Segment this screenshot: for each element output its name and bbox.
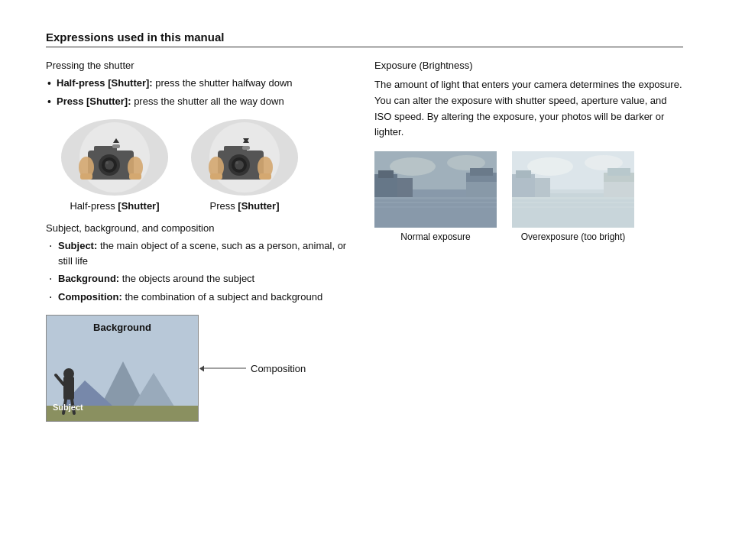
svg-point-53 [527,157,573,176]
svg-rect-64 [512,206,634,208]
right-column: Exposure (Brightness) The amount of ligh… [374,60,683,422]
normal-exposure-caption: Normal exposure [374,231,497,242]
svg-rect-60 [608,168,630,176]
svg-point-39 [390,157,436,176]
bullet-bold-halfpress: Half-press [Shutter]: [57,77,153,89]
bullet-bold-fullpress: Press [Shutter]: [57,95,131,107]
camera-images-row: Half-press [Shutter] [61,119,352,212]
svg-rect-47 [466,182,497,197]
svg-rect-25 [210,173,222,180]
bullet-item-fullpress: Press [Shutter]: press the shutter all t… [46,94,352,109]
bullet-text-fullpress: press the shutter all the way down [131,95,284,107]
diagram-background-label: Background [93,322,151,333]
svg-rect-32 [63,377,74,400]
svg-rect-11 [80,173,92,180]
camera-caption-fullpress: Press [Shutter] [191,200,298,212]
caption-bold-full: [Shutter] [238,200,279,212]
svg-rect-50 [374,206,497,208]
dot-item-subject: Subject: the main object of a scene, suc… [46,238,352,268]
dot-text-background: the objects around the subject [119,273,254,284]
svg-rect-57 [516,170,531,178]
diagram-subject-label: Subject [53,403,83,412]
svg-point-6 [105,161,109,164]
composition-title: Subject, background, and composition [46,222,352,234]
svg-rect-20 [242,146,250,150]
caption-bold-half: [Shutter] [118,200,159,212]
svg-rect-63 [512,202,634,203]
section-heading: Expressions used in this manual [46,31,683,47]
bullet-text-halfpress: press the shutter halfway down [153,77,293,89]
svg-rect-26 [259,173,271,180]
pressing-title: Pressing the shutter [46,60,352,71]
composition-diagram: Background [46,315,199,422]
svg-rect-49 [374,202,497,203]
composition-arrow-line [200,368,246,369]
camera-caption-halfpress: Half-press [Shutter] [61,200,168,212]
composition-arrow-area: Composition [200,363,306,374]
caption-text-full: Press [209,200,238,212]
composition-dot-list: Subject: the main object of a scene, suc… [46,238,352,304]
exposure-text: The amount of light that enters your cam… [374,77,683,141]
shutter-bullet-list: Half-press [Shutter]: press the shutter … [46,76,352,108]
overexposure-image [512,151,634,228]
svg-point-33 [63,368,74,379]
dot-item-composition: Composition: the combination of a subjec… [46,290,352,305]
camera-item-fullpress: Press [Shutter] [191,119,298,212]
svg-rect-12 [129,173,141,180]
svg-rect-43 [378,170,394,178]
caption-text-half: Half-press [70,200,118,212]
overexposure-caption: Overexposure (too bright) [512,231,634,242]
normal-exposure-image [374,151,497,228]
exposure-item-over: Overexposure (too bright) [512,151,634,242]
dot-bold-subject: Subject: [58,240,97,251]
svg-rect-58 [535,178,550,197]
dot-text-subject: the main object of a scene, such as a pe… [58,240,346,267]
svg-rect-46 [470,168,493,176]
exposure-images-row: Normal exposure [374,151,683,242]
dot-text-composition: the combination of a subject and backgro… [122,291,322,303]
svg-rect-61 [604,182,634,197]
content-area: Pressing the shutter Half-press [Shutter… [46,60,683,422]
svg-rect-7 [112,144,120,148]
svg-point-19 [235,161,238,164]
bullet-item-halfpress: Half-press [Shutter]: press the shutter … [46,76,352,91]
exposure-title: Exposure (Brightness) [374,60,683,71]
dot-bold-composition: Composition: [58,291,122,303]
camera-image-fullpress [191,119,298,196]
composition-diagram-wrapper: Background [46,315,260,422]
dot-item-background: Background: the objects around the subje… [46,271,352,286]
camera-item-halfpress: Half-press [Shutter] [61,119,168,212]
page: Expressions used in this manual Pressing… [0,0,729,560]
composition-label: Composition [251,363,306,374]
camera-image-halfpress [61,119,168,196]
svg-rect-48 [374,197,497,199]
left-column: Pressing the shutter Half-press [Shutter… [46,60,352,422]
dot-bold-background: Background: [58,273,119,284]
svg-rect-62 [512,197,634,199]
svg-rect-44 [397,178,413,197]
exposure-item-normal: Normal exposure [374,151,497,242]
